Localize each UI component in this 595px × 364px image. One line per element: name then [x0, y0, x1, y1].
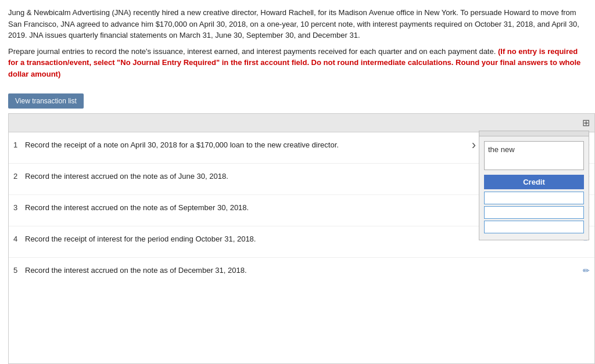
credit-input-3[interactable]	[484, 221, 584, 233]
intro-section: Jung & Newbicalm Advertising (JNA) recen…	[0, 0, 595, 89]
grid-icon[interactable]: ⊞	[582, 117, 590, 128]
row-number-4: 4	[13, 233, 25, 243]
view-transaction-btn-container: View transaction list	[0, 89, 595, 113]
table-row: 5 Record the interest accrued on the not…	[9, 258, 594, 289]
credit-input-1[interactable]	[484, 192, 584, 204]
page-container: Jung & Newbicalm Advertising (JNA) recen…	[0, 0, 595, 364]
row-number-5: 5	[13, 265, 25, 275]
edit-icon-5[interactable]: ✏	[583, 265, 590, 275]
row-description-5: Record the interest accrued on the note …	[25, 265, 583, 276]
row-number-3: 3	[13, 202, 25, 212]
main-content: ⊞ 1 Record the receipt of a note on Apri…	[0, 113, 595, 364]
floating-panel-body: the new Credit	[479, 136, 589, 240]
intro-paragraph2-normal: Prepare journal entries to record the no…	[8, 47, 496, 56]
floating-panel-topbar	[479, 131, 589, 136]
floating-panel: the new Credit	[479, 131, 589, 240]
intro-paragraph2: Prepare journal entries to record the no…	[8, 46, 587, 80]
intro-paragraph1: Jung & Newbicalm Advertising (JNA) recen…	[8, 7, 587, 41]
nav-arrow-right[interactable]: ›	[472, 138, 476, 153]
row-number-1: 1	[13, 139, 25, 149]
transaction-header: ⊞	[9, 114, 594, 132]
row-number-2: 2	[13, 171, 25, 181]
credit-input-2[interactable]	[484, 206, 584, 219]
text-input-area[interactable]: the new	[484, 141, 584, 170]
view-transaction-button[interactable]: View transaction list	[8, 93, 84, 109]
credit-label: Credit	[484, 175, 584, 189]
